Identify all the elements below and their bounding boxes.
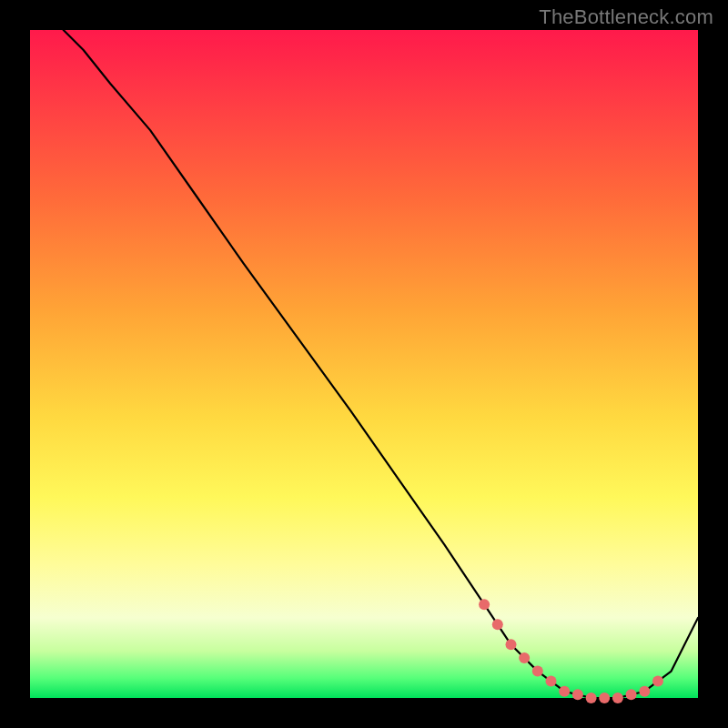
curve-marker (492, 619, 503, 630)
curve-marker (532, 666, 543, 677)
curve-marker (559, 686, 570, 697)
watermark-text: TheBottleneck.com (539, 5, 713, 29)
curve-marker (599, 693, 610, 703)
curve-marker (506, 639, 517, 650)
curve-marker (586, 693, 597, 703)
curve-marker (546, 676, 557, 687)
bottleneck-curve (64, 30, 698, 698)
curve-marker (652, 676, 663, 687)
curve-marker (572, 689, 583, 700)
plot-area (30, 30, 698, 698)
chart-frame: TheBottleneck.com (0, 0, 728, 728)
curve-marker (612, 693, 623, 703)
curve-marker (626, 689, 637, 700)
curve-marker (479, 599, 490, 610)
curve-marker (639, 686, 650, 697)
curve-markers (479, 599, 663, 703)
curve-layer (30, 30, 698, 698)
curve-marker (519, 652, 530, 663)
